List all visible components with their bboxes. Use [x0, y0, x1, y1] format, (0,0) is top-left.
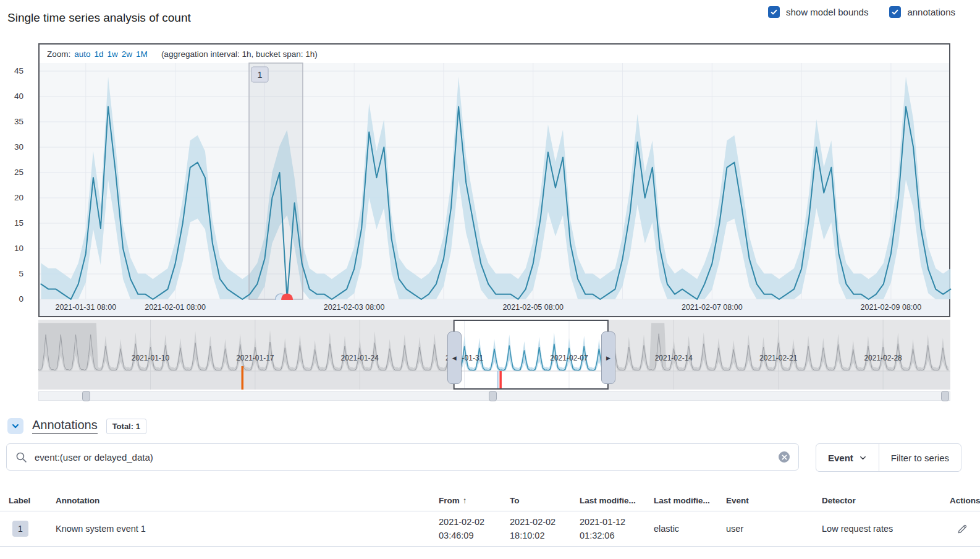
context-date-label: 2021-02-07 — [532, 354, 606, 362]
annotation-band-label: 1 — [258, 70, 263, 80]
context-date-label: 2021-02-28 — [846, 354, 920, 362]
context-chart[interactable]: 2021-01-102021-01-172021-01-242021-01-31… — [38, 320, 950, 390]
table-body: 1Known system event 12021-02-0203:46:092… — [0, 511, 980, 547]
y-tick-label: 5 — [19, 269, 23, 278]
cell-from: 2021-02-0203:46:09 — [439, 515, 510, 542]
checkbox-checked-icon[interactable] — [889, 6, 901, 18]
column-header-label[interactable]: Label — [9, 496, 56, 505]
y-tick-label: 0 — [19, 294, 23, 304]
column-header-modified_date[interactable]: Last modifie... — [580, 496, 654, 505]
brush-handle-right[interactable]: ▶ — [601, 331, 615, 384]
cell-to: 2021-02-0218:10:02 — [510, 515, 580, 542]
track-handle-middle[interactable] — [489, 391, 497, 401]
show-model-bounds-label: show model bounds — [786, 7, 868, 17]
column-header-modified_by[interactable]: Last modifie... — [654, 496, 726, 505]
column-header-to[interactable]: To — [510, 496, 580, 505]
cell-modified_by: elastic — [654, 524, 726, 534]
column-header-annotation[interactable]: Annotation — [56, 496, 439, 505]
annotation-band[interactable] — [249, 63, 303, 299]
chart-options: show model bounds annotations — [768, 6, 955, 18]
y-tick-label: 10 — [14, 244, 23, 253]
annotations-checkbox[interactable]: annotations — [889, 6, 955, 18]
y-tick-label: 35 — [14, 117, 23, 126]
delayed-data-marker — [242, 366, 244, 390]
brush-handle-left[interactable]: ◀ — [447, 331, 462, 384]
y-tick-label: 45 — [14, 66, 23, 75]
zoom-link-1d[interactable]: 1d — [95, 49, 104, 59]
annotations-label: annotations — [907, 7, 955, 17]
context-date-label: 2021-02-21 — [741, 354, 816, 362]
filter-to-series-button[interactable]: Filter to series — [879, 444, 961, 471]
x-tick-label: 2021-02-05 08:00 — [487, 303, 580, 312]
annotations-table: LabelAnnotationFrom↑ToLast modifie...Las… — [0, 490, 980, 547]
edit-annotation-button[interactable] — [950, 524, 968, 534]
collapse-annotations-button[interactable] — [7, 418, 23, 434]
search-icon — [15, 451, 27, 463]
chevron-down-icon — [859, 454, 867, 462]
cell-event: user — [726, 524, 822, 534]
search-query-text[interactable]: event:(user or delayed_data) — [35, 452, 771, 463]
clear-search-icon[interactable] — [779, 451, 790, 463]
x-tick-label: 2021-02-09 08:00 — [845, 303, 937, 312]
single-metric-viewer-page: Single time series analysis of count sho… — [0, 0, 980, 559]
context-date-label: 2021-01-31 — [428, 354, 502, 362]
pencil-icon — [957, 524, 968, 534]
annotations-filter-bar: event:(user or delayed_data) Event Filte… — [6, 443, 974, 472]
track-handle-left[interactable] — [82, 391, 90, 401]
context-date-label: 2021-01-17 — [218, 354, 292, 362]
cell-label: 1 — [9, 521, 56, 537]
x-axis: 2021-01-31 08:002021-02-01 08:002021-02-… — [40, 300, 949, 316]
annotations-search-input[interactable]: event:(user or delayed_data) — [6, 443, 799, 471]
filter-button-group: Event Filter to series — [816, 443, 961, 472]
annotation-label-badge: 1 — [12, 521, 28, 537]
column-header-actions[interactable]: Actions — [950, 496, 980, 505]
total-badge: Total: 1 — [106, 419, 146, 434]
zoom-link-1M[interactable]: 1M — [136, 49, 148, 59]
event-filter-button[interactable]: Event — [816, 444, 879, 471]
checkbox-checked-icon[interactable] — [768, 6, 780, 18]
x-tick-label: 2021-02-01 08:00 — [129, 303, 222, 312]
zoom-link-2w[interactable]: 2w — [122, 49, 132, 59]
zoom-links: auto1d1w2w1M — [74, 49, 151, 59]
context-date-label: 2021-01-10 — [113, 354, 187, 362]
y-tick-label: 30 — [14, 142, 23, 151]
y-tick-label: 15 — [14, 218, 23, 228]
show-model-bounds-checkbox[interactable]: show model bounds — [768, 6, 868, 18]
sort-asc-icon: ↑ — [463, 496, 467, 505]
zoom-link-auto[interactable]: auto — [74, 49, 90, 59]
zoom-toolbar: Zoom: auto1d1w2w1M (aggregation interval… — [40, 45, 949, 63]
aggregation-note: (aggregation interval: 1h, bucket span: … — [161, 49, 318, 59]
track-handle-right[interactable] — [941, 391, 949, 401]
cell-annotation: Known system event 1 — [56, 524, 439, 534]
table-row: 1Known system event 12021-02-0203:46:092… — [0, 511, 980, 547]
table-header-row: LabelAnnotationFrom↑ToLast modifie...Las… — [0, 490, 980, 511]
x-tick-label: 2021-02-03 08:00 — [308, 303, 400, 312]
zoom-label: Zoom: — [47, 49, 70, 59]
annotations-header: Annotations Total: 1 — [7, 418, 146, 434]
focus-chart: Zoom: auto1d1w2w1M (aggregation interval… — [38, 43, 950, 317]
cell-detector: Low request rates — [822, 524, 950, 534]
zoom-link-1w[interactable]: 1w — [108, 49, 118, 59]
column-header-from[interactable]: From↑ — [439, 496, 510, 505]
focus-plot-area[interactable]: 1 — [40, 63, 949, 300]
column-header-event[interactable]: Event — [726, 496, 822, 505]
column-header-detector[interactable]: Detector — [822, 496, 950, 505]
x-tick-label: 2021-02-07 08:00 — [665, 303, 758, 312]
y-axis: 051015202530354045 — [0, 62, 32, 309]
y-tick-label: 20 — [14, 193, 23, 202]
y-tick-label: 25 — [14, 168, 23, 177]
annotations-heading[interactable]: Annotations — [32, 418, 98, 434]
model-bounds-band — [41, 77, 950, 299]
context-date-label: 2021-02-14 — [636, 354, 711, 362]
cell-modified_date: 2021-01-1201:32:06 — [580, 515, 654, 542]
context-date-label: 2021-01-24 — [323, 354, 397, 362]
x-tick-label: 2021-01-31 08:00 — [40, 303, 132, 312]
annotation-marker — [499, 371, 502, 390]
page-title: Single time series analysis of count — [7, 11, 191, 25]
y-tick-label: 40 — [14, 92, 23, 101]
